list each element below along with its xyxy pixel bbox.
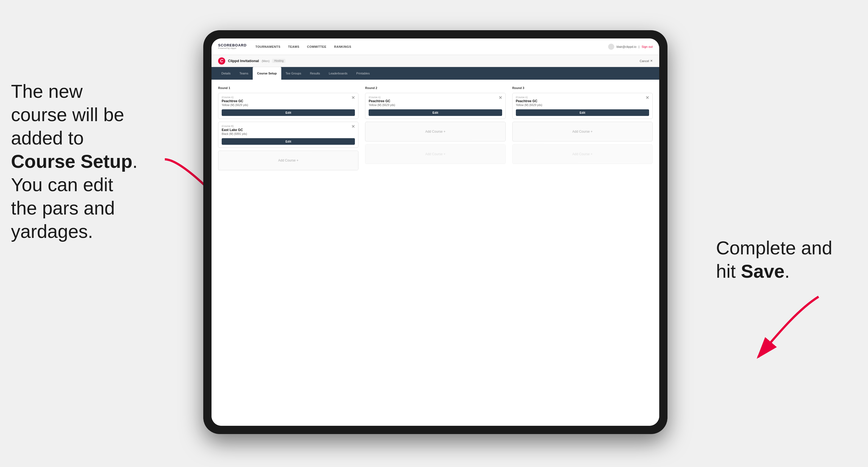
user-avatar: [608, 44, 614, 50]
round-3-course-a-card: (Course A) Peachtree GC Yellow (M) (6629…: [512, 93, 653, 119]
round-1-course-b-card: (Course B) East Lake GC Black (M) (6891 …: [218, 122, 359, 148]
round-2-course-a-details: Yellow (M) (6629 yds): [369, 103, 502, 106]
nav-rankings[interactable]: RANKINGS: [334, 45, 351, 48]
round-2-add-course-disabled: Add Course +: [365, 144, 505, 164]
sub-header: C Clippd Invitational (Men) Hosting Canc…: [212, 55, 659, 67]
left-annotation: The new course will be added to Course S…: [11, 80, 137, 243]
tab-teams[interactable]: Teams: [235, 67, 253, 80]
right-arrow: [742, 288, 830, 365]
sub-header-left: C Clippd Invitational (Men) Hosting: [218, 57, 285, 65]
round-2-course-a-name: Peachtree GC: [369, 99, 502, 103]
round-3-course-a-edit-button[interactable]: Edit: [516, 109, 649, 116]
round-2-course-a-label: (Course A): [369, 96, 502, 99]
top-nav-links: TOURNAMENTS TEAMS COMMITTEE RANKINGS: [255, 45, 609, 48]
round-1-course-a-name: Peachtree GC: [222, 99, 355, 103]
round-1-course-a-label: (Course A): [222, 96, 355, 99]
rounds-grid: Round 1 (Course A) Peachtree GC Yellow (…: [218, 86, 653, 173]
tab-bar: Details Teams Course Setup Tee Groups Re…: [212, 67, 659, 80]
round-1-course-a-details: Yellow (M) (6629 yds): [222, 103, 355, 106]
round-2-course-a-delete-icon[interactable]: [498, 95, 503, 100]
round-1-col: Round 1 (Course A) Peachtree GC Yellow (…: [218, 86, 359, 173]
round-1-add-course-button[interactable]: Add Course +: [218, 151, 359, 170]
tab-tee-groups[interactable]: Tee Groups: [281, 67, 306, 80]
cancel-button[interactable]: Cancel ✕: [640, 59, 653, 63]
sign-out-link[interactable]: Sign out: [642, 45, 653, 48]
round-1-course-a-delete-icon[interactable]: [351, 95, 355, 100]
round-1-course-a-edit-button[interactable]: Edit: [222, 109, 355, 116]
round-2-add-course-active-button[interactable]: Add Course +: [365, 122, 505, 142]
user-email: blair@clippd.io: [616, 45, 636, 48]
hosting-badge: Hosting: [272, 59, 285, 63]
round-2-course-a-edit-button[interactable]: Edit: [369, 109, 502, 116]
tab-course-setup[interactable]: Course Setup: [253, 67, 281, 80]
round-2-course-a-card: (Course A) Peachtree GC Yellow (M) (6629…: [365, 93, 505, 119]
scoreboard-logo: SCOREBOARD Powered by clippd: [218, 43, 247, 50]
clippd-logo-icon: C: [218, 57, 225, 65]
round-1-course-a-card: (Course A) Peachtree GC Yellow (M) (6629…: [218, 93, 359, 119]
tab-leaderboards[interactable]: Leaderboards: [324, 67, 352, 80]
round-1-course-b-name: East Lake GC: [222, 128, 355, 132]
round-3-add-course-disabled: Add Course +: [512, 144, 653, 164]
round-3-col: Round 3 (Course A) Peachtree GC Yellow (…: [512, 86, 653, 173]
nav-teams[interactable]: TEAMS: [288, 45, 300, 48]
nav-committee[interactable]: COMMITTEE: [307, 45, 327, 48]
round-3-course-a-details: Yellow (M) (6629 yds): [516, 103, 649, 106]
round-3-course-a-delete-icon[interactable]: [645, 95, 650, 100]
round-2-label: Round 2: [365, 86, 505, 90]
right-annotation: Complete and hit Save.: [716, 236, 832, 283]
tournament-name: Clippd Invitational: [228, 59, 259, 63]
round-1-course-b-edit-button[interactable]: Edit: [222, 138, 355, 145]
main-content: Round 1 (Course A) Peachtree GC Yellow (…: [212, 80, 659, 426]
round-3-course-a-name: Peachtree GC: [516, 99, 649, 103]
round-3-course-a-label: (Course A): [516, 96, 649, 99]
nav-separator: |: [639, 45, 640, 48]
logo-sub: Powered by clippd: [218, 47, 247, 50]
top-nav: SCOREBOARD Powered by clippd TOURNAMENTS…: [212, 38, 659, 55]
round-1-label: Round 1: [218, 86, 359, 90]
tab-details[interactable]: Details: [217, 67, 235, 80]
round-3-label: Round 3: [512, 86, 653, 90]
logo-title: SCOREBOARD: [218, 43, 247, 47]
round-1-course-b-delete-icon[interactable]: [351, 124, 355, 129]
tab-results[interactable]: Results: [305, 67, 324, 80]
round-1-course-b-details: Black (M) (6891 yds): [222, 132, 355, 135]
tablet-screen: SCOREBOARD Powered by clippd TOURNAMENTS…: [212, 38, 659, 426]
tablet-device: SCOREBOARD Powered by clippd TOURNAMENTS…: [203, 30, 668, 434]
top-nav-right: blair@clippd.io | Sign out: [608, 44, 653, 50]
tab-printables[interactable]: Printables: [352, 67, 374, 80]
round-1-course-b-label: (Course B): [222, 125, 355, 127]
tournament-gender: (Men): [262, 59, 270, 63]
nav-tournaments[interactable]: TOURNAMENTS: [255, 45, 280, 48]
round-3-add-course-active-button[interactable]: Add Course +: [512, 122, 653, 142]
round-2-col: Round 2 (Course A) Peachtree GC Yellow (…: [365, 86, 505, 173]
